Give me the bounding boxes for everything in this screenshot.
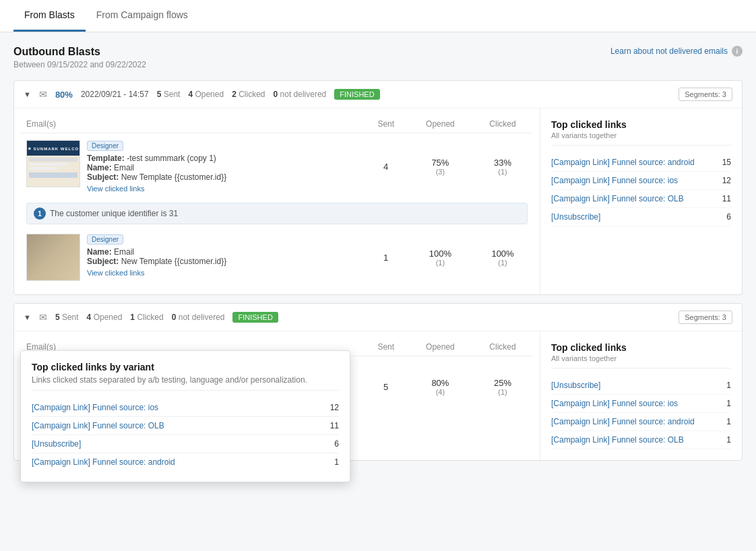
- top-links-title-2: Top clicked links: [551, 342, 731, 353]
- email-2-opened: 100% (1): [408, 227, 472, 288]
- top-links-title-1: Top clicked links: [551, 119, 731, 130]
- link-item-2-2: [Campaign Link] Funnel source: ios 1: [551, 395, 731, 413]
- blast-1-clicked: 2 Clicked: [232, 90, 265, 99]
- tab-flows[interactable]: From Campaign flows: [86, 0, 199, 32]
- blast-1-not-delivered: 0 not delivered: [274, 90, 327, 99]
- link-item-2-1: [Unsubscribe] 1: [551, 377, 731, 395]
- col-sent: Sent: [364, 115, 408, 133]
- emails-table: Email(s) Sent Opened Clicked: [21, 115, 533, 288]
- designer-badge-2: Designer: [87, 234, 123, 245]
- table-row: ☀ SUNMARK WELCO: [21, 133, 533, 201]
- email-2-name: Name: Email: [87, 247, 226, 257]
- col-clicked: Clicked: [472, 115, 533, 133]
- popup: Top clicked links by variant Links click…: [20, 350, 350, 482]
- popup-title: Top clicked links by variant: [32, 362, 339, 372]
- learn-link[interactable]: Learn about not delivered emails: [610, 46, 728, 56]
- blast-1-segments: Segments: 3: [679, 88, 732, 101]
- view-clicked-links-2[interactable]: View clicked links: [87, 269, 144, 277]
- popup-count-2: 11: [330, 421, 339, 430]
- top-links-panel-1: Top clicked links All variants together …: [540, 108, 742, 294]
- emails-table-wrap: Email(s) Sent Opened Clicked: [14, 108, 540, 294]
- email-1-sent: 4: [364, 133, 408, 201]
- blast-1-status: FINISHED: [334, 89, 379, 100]
- email-1-clicked: 33% (1): [472, 133, 533, 201]
- popup-count-3: 6: [334, 439, 339, 449]
- top-links-sub-1: All variants together: [551, 131, 731, 145]
- blast-2-opened: 4 Opened: [87, 313, 123, 322]
- col-clicked-2: Clicked: [472, 338, 533, 356]
- col-email: Email(s): [21, 115, 364, 133]
- popup-count-1: 12: [330, 403, 339, 412]
- link-item-2-4: [Campaign Link] Funnel source: OLB 1: [551, 431, 731, 449]
- email-1-name: Name: Email: [87, 163, 226, 172]
- table-row: Designer Name: Email Subject: New Templa…: [21, 227, 533, 288]
- col-opened-2: Opened: [408, 338, 472, 356]
- section-title: Outbound Blasts: [13, 46, 146, 58]
- email-2-details: Designer Name: Email Subject: New Templa…: [21, 227, 364, 288]
- email-1-thumbnail: ☀ SUNMARK WELCO: [26, 140, 80, 187]
- blast-2-not-delivered: 0 not delivered: [172, 313, 225, 322]
- col-sent-2: Sent: [364, 338, 408, 356]
- blast-2-segments: Segments: 3: [679, 311, 732, 324]
- blast-1-date: 2022/09/21 - 14:57: [81, 90, 149, 99]
- email-icon-2: ✉: [39, 312, 47, 323]
- info-banner-row: 1 The customer unique identifier is 31: [21, 200, 533, 227]
- blast-2-status: FINISHED: [232, 312, 278, 323]
- popup-link-2: [Campaign Link] Funnel source: OLB 11: [32, 417, 339, 435]
- tab-blasts[interactable]: From Blasts: [13, 0, 86, 32]
- tabs-bar: From Blasts From Campaign flows: [0, 0, 756, 32]
- email-2-sent: 1: [364, 227, 408, 288]
- view-clicked-links-1[interactable]: View clicked links: [87, 185, 144, 193]
- blast-2-clicked: 1 Clicked: [130, 313, 163, 322]
- link-item-1-1: [Campaign Link] Funnel source: android 1…: [551, 154, 731, 172]
- email-3-clicked: 25% (1): [472, 356, 533, 418]
- email-1-opened: 75% (3): [408, 133, 472, 201]
- email-2-clicked: 100% (1): [472, 227, 533, 288]
- link-item-2-3: [Campaign Link] Funnel source: android 1: [551, 413, 731, 431]
- popup-link-4: [Campaign Link] Funnel source: android 1: [32, 453, 339, 471]
- link-item-1-3: [Campaign Link] Funnel source: OLB 11: [551, 190, 731, 208]
- email-1-template: Template: -test summmark (copy 1): [87, 154, 226, 163]
- info-banner: 1 The customer unique identifier is 31: [26, 203, 528, 224]
- link-item-1-2: [Campaign Link] Funnel source: ios 12: [551, 172, 731, 190]
- email-3-opened: 80% (4): [408, 356, 472, 418]
- blast-1-content: Email(s) Sent Opened Clicked: [14, 108, 742, 294]
- chevron-icon[interactable]: ▼: [24, 90, 31, 98]
- popup-count-4: 1: [334, 457, 339, 467]
- popup-link-3: [Unsubscribe] 6: [32, 435, 339, 453]
- email-icon: ✉: [39, 89, 47, 100]
- popup-link-1: [Campaign Link] Funnel source: ios 12: [32, 399, 339, 417]
- designer-badge-1: Designer: [87, 141, 123, 151]
- col-opened: Opened: [408, 115, 472, 133]
- blast-1-header: ▼ ✉ 80% 2022/09/21 - 14:57 5 Sent 4 Open…: [14, 81, 742, 108]
- blast-row-1: ▼ ✉ 80% 2022/09/21 - 14:57 5 Sent 4 Open…: [13, 80, 743, 295]
- popup-subtitle: Links clicked stats separated by a/b tes…: [32, 375, 339, 391]
- blast-1-opened: 4 Opened: [188, 90, 224, 99]
- blast-1-pct: 80%: [55, 90, 73, 100]
- section-header: Outbound Blasts Between 09/15/2022 and 0…: [13, 46, 743, 69]
- email-3-sent: 5: [364, 356, 408, 418]
- email-2-subject: Subject: New Template {{customer.id}}: [87, 257, 226, 266]
- top-links-panel-2: Top clicked links All variants together …: [540, 331, 742, 460]
- blast-2-header: ▼ ✉ 5 Sent 4 Opened 1 Clicked 0 not deli…: [14, 304, 742, 331]
- blast-1-sent: 5 Sent: [157, 90, 181, 99]
- email-2-thumbnail: [26, 234, 80, 281]
- info-number: 1: [34, 207, 46, 220]
- info-icon: i: [732, 46, 743, 57]
- link-item-1-4: [Unsubscribe] 6: [551, 208, 731, 226]
- email-1-details: ☀ SUNMARK WELCO: [21, 133, 364, 201]
- chevron-icon-2[interactable]: ▼: [24, 313, 31, 321]
- email-1-subject: Subject: New Template {{customer.id}}: [87, 172, 226, 182]
- section-subtitle: Between 09/15/2022 and 09/22/2022: [13, 60, 146, 69]
- blast-2-sent: 5 Sent: [55, 313, 79, 322]
- top-links-sub-2: All variants together: [551, 354, 731, 368]
